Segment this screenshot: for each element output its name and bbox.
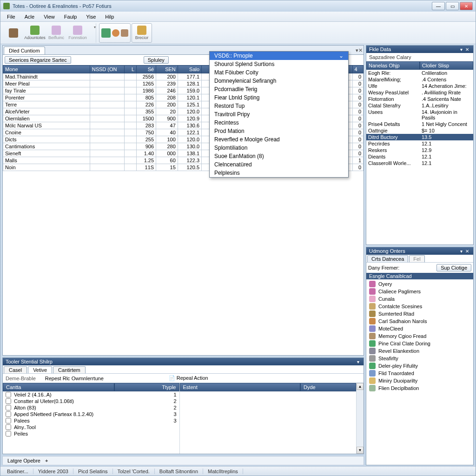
dropdown-item[interactable]: Recintess bbox=[210, 119, 348, 127]
dropdown-item[interactable]: Prod Mation bbox=[210, 127, 348, 135]
list-item[interactable]: Sumterted Rtad bbox=[367, 310, 472, 317]
toolbar-btn-brecior[interactable]: Brecior bbox=[132, 23, 152, 43]
main-col-header[interactable]: L bbox=[125, 66, 137, 73]
minimize-button[interactable]: — bbox=[432, 2, 445, 10]
maximize-button[interactable]: ▭ bbox=[446, 2, 459, 10]
list-item[interactable]: MoteCleed bbox=[367, 325, 472, 332]
secondary-tab[interactable]: Seerices Regarize Sartec bbox=[5, 56, 71, 64]
main-tab[interactable]: Dled Cuntiom bbox=[4, 46, 45, 54]
status-seg-4[interactable]: Boltaft Sitnontinn bbox=[155, 469, 203, 474]
main-col-header[interactable]: 4 bbox=[352, 66, 363, 73]
dropdown-item[interactable]: Shourol Splend Surtions bbox=[210, 60, 348, 68]
bottom-col-cantta[interactable]: Cantta bbox=[3, 383, 114, 391]
check-item[interactable]: Alny..Tool bbox=[3, 424, 179, 430]
panel-menu-icon[interactable]: ▾ bbox=[356, 359, 361, 364]
menu-acle[interactable]: Acle bbox=[21, 13, 38, 20]
bottom-col-estent[interactable]: Estent bbox=[180, 383, 301, 391]
bottom-tab-casel[interactable]: Casel bbox=[4, 366, 27, 373]
list-item[interactable]: Carl Sadhaion Narols bbox=[367, 317, 472, 325]
panel-close-icon[interactable]: ✕ bbox=[464, 249, 470, 254]
dropdown-selected[interactable]: VSD6:: Prnople⌄ bbox=[210, 52, 348, 60]
udmong-tab-0[interactable]: Crts Datnecea bbox=[367, 255, 408, 262]
list-item[interactable]: Pine Ciral Clate Doring bbox=[367, 340, 472, 347]
checkbox[interactable] bbox=[6, 411, 11, 417]
main-col-header[interactable]: Salo bbox=[178, 66, 201, 73]
udmong-list[interactable]: OyeryClaliece PaglimersCunalaContalcte S… bbox=[366, 279, 473, 393]
hole-cell-highlight[interactable]: Ditrd Buctory bbox=[366, 134, 420, 140]
list-item[interactable]: Steafirlty bbox=[367, 355, 472, 362]
panel-menu-icon[interactable]: ▾ bbox=[459, 249, 464, 254]
toolbar-split[interactable] bbox=[91, 23, 96, 43]
check-item[interactable]: Palees3 bbox=[3, 417, 179, 424]
status-seg-5[interactable]: MatclItreplins bbox=[203, 469, 243, 474]
spluley-button[interactable]: Spluley bbox=[144, 56, 169, 64]
toolbar-btn-adountotes[interactable]: Adountotes bbox=[25, 23, 45, 43]
bottom-tab-cantirtem[interactable]: Cantirtem bbox=[53, 366, 86, 373]
hole-col-header[interactable]: Clolier Slisp bbox=[420, 61, 473, 70]
checkbox[interactable] bbox=[6, 431, 11, 436]
dropdown-item[interactable]: Clelncenatüred bbox=[210, 160, 348, 169]
toolbar-btn-fonnstion[interactable]: Fonnstion bbox=[67, 23, 88, 43]
check-item[interactable]: Alton (83)2 bbox=[3, 404, 179, 411]
check-item[interactable]: Veiiel 2 (4.16..A)1 bbox=[3, 391, 179, 398]
dropdown-item[interactable]: Suoe EanMation (8) bbox=[210, 152, 348, 160]
status-add-tab[interactable]: + bbox=[45, 458, 48, 463]
dropdown-item[interactable]: Restord Tup bbox=[210, 102, 348, 110]
hole-data-grid[interactable]: Nanelas OhjpClolier SlispEogh Rle:Cnlile… bbox=[366, 61, 473, 166]
dropdown-item[interactable]: Mat Föiuber Coity bbox=[210, 68, 348, 77]
status-seg-2[interactable]: Picd Selatins bbox=[73, 469, 113, 474]
udmong-tab-1[interactable]: Fel bbox=[409, 255, 424, 262]
status-left[interactable]: Latgre Opebre bbox=[3, 458, 45, 463]
main-col-header[interactable]: Mone bbox=[3, 66, 90, 73]
list-item[interactable]: Cunala bbox=[367, 295, 472, 303]
bottom-tab-vetive[interactable]: Vetive bbox=[28, 366, 52, 373]
check-item[interactable]: Constter al Uleter(0.1.06tl)2 bbox=[3, 398, 179, 404]
menu-view[interactable]: View bbox=[40, 13, 59, 20]
dropdown-item[interactable]: Pcdornadlie Terig bbox=[210, 85, 348, 93]
main-col-header[interactable]: Sé bbox=[137, 66, 156, 73]
udmong-button[interactable]: Sup Ciotige bbox=[436, 264, 471, 271]
toolbar-btn-beifluinc[interactable]: Beifluinc bbox=[46, 23, 66, 43]
panel-menu-icon[interactable]: ▾ bbox=[459, 47, 464, 52]
bottom-col-dyde[interactable]: Dyde bbox=[300, 383, 356, 391]
list-item[interactable]: Flid Tnaordated bbox=[367, 370, 472, 377]
dropdown-item[interactable]: Pelplesins bbox=[210, 169, 348, 177]
close-button[interactable]: ✕ bbox=[460, 2, 473, 10]
checkbox[interactable] bbox=[6, 392, 11, 397]
status-seg-0[interactable]: Baitiner... bbox=[2, 469, 33, 474]
bottom-scrollbar[interactable]: ▲▼ bbox=[356, 383, 364, 454]
status-seg-3[interactable]: Tolzel 'Corted. bbox=[113, 469, 155, 474]
menu-faulp[interactable]: Faulp bbox=[60, 13, 81, 20]
checkbox[interactable] bbox=[6, 424, 11, 430]
list-item[interactable]: Contalcte Scesines bbox=[367, 303, 472, 310]
toolbar-btn-0[interactable] bbox=[3, 23, 24, 43]
check-item[interactable]: Apped SNetteed (Farteax 8.1.2.40)3 bbox=[3, 411, 179, 417]
list-item[interactable]: Claliece Paglimers bbox=[367, 288, 472, 295]
checkbox[interactable] bbox=[6, 405, 11, 410]
toolbar-btn-4[interactable] bbox=[99, 23, 131, 43]
dropdown-item[interactable]: Reverfled e Moolge Gread bbox=[210, 135, 348, 144]
checkbox[interactable] bbox=[6, 398, 11, 404]
menu-file[interactable]: File bbox=[3, 13, 19, 20]
main-col-header[interactable]: NSSD (ON bbox=[90, 66, 125, 73]
dropdown-item[interactable]: Travitroll Pripy bbox=[210, 110, 348, 119]
list-item[interactable]: Revel Elankextion bbox=[367, 347, 472, 355]
list-item[interactable]: Memory Cgioo Fread bbox=[367, 332, 472, 340]
bottom-col-ttyple[interactable]: Ttyple bbox=[114, 383, 179, 391]
list-item[interactable]: Deler-pley Fifulity bbox=[367, 362, 472, 370]
hole-cell-highlight[interactable]: 13.5 bbox=[420, 134, 473, 140]
list-item[interactable]: Flien Deciplbation bbox=[367, 384, 472, 392]
panel-close-icon[interactable]: ✕ bbox=[464, 47, 470, 52]
dropdown-item[interactable]: Fiear Lbnld Spting bbox=[210, 93, 348, 102]
dropdown-item[interactable]: Splomtiliation bbox=[210, 144, 348, 152]
menu-hilp[interactable]: Hilp bbox=[101, 13, 118, 20]
status-seg-1[interactable]: Yiddere 2003 bbox=[33, 469, 73, 474]
dropdown-menu[interactable]: VSD6:: Prnople⌄ Shourol Splend SurtionsM… bbox=[209, 51, 349, 178]
dropdown-item[interactable]: Domneylenical Sefirangh bbox=[210, 77, 348, 85]
checkbox[interactable] bbox=[6, 418, 11, 423]
list-item[interactable]: Miniry Duoiparilty bbox=[367, 377, 472, 384]
list-item[interactable]: Oyery bbox=[367, 280, 472, 288]
hole-col-header[interactable]: Nanelas Ohjp bbox=[366, 61, 420, 70]
menu-yise[interactable]: Yise bbox=[82, 13, 99, 20]
main-col-header[interactable]: SEN bbox=[156, 66, 178, 73]
